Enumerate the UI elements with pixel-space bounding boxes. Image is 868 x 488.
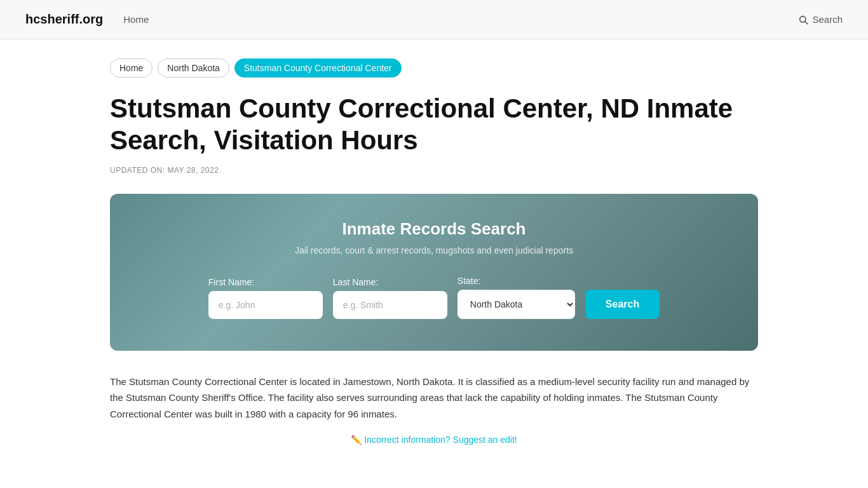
breadcrumb-home[interactable]: Home: [110, 58, 153, 78]
breadcrumb-current[interactable]: Stutsman County Correctional Center: [234, 58, 402, 78]
description-text: The Stutsman County Correctional Center …: [110, 374, 758, 423]
inmate-search-card: Inmate Records Search Jail records, cour…: [110, 194, 758, 351]
first-name-group: First Name:: [208, 277, 323, 319]
header-search-button[interactable]: Search: [798, 14, 843, 25]
suggest-edit-section: ✏️Incorrect information? Suggest an edit…: [110, 435, 758, 445]
breadcrumb-north-dakota[interactable]: North Dakota: [158, 58, 229, 78]
header-search-label: Search: [812, 14, 843, 25]
last-name-input[interactable]: [333, 291, 447, 319]
state-group: State: AlabamaAlaskaArizonaArkansasCalif…: [458, 276, 575, 319]
header: hcsheriff.org Home Search: [0, 0, 868, 39]
first-name-label: First Name:: [208, 277, 323, 287]
search-card-subtitle: Jail records, court & arrest records, mu…: [142, 245, 726, 255]
page-title: Stutsman County Correctional Center, ND …: [110, 93, 758, 157]
state-select[interactable]: AlabamaAlaskaArizonaArkansasCaliforniaCo…: [458, 290, 575, 319]
suggest-edit-link[interactable]: ✏️Incorrect information? Suggest an edit…: [351, 435, 517, 445]
breadcrumb: Home North Dakota Stutsman County Correc…: [110, 58, 758, 78]
updated-label: UPDATED ON: MAY 28, 2022: [110, 166, 758, 175]
site-logo[interactable]: hcsheriff.org: [25, 12, 103, 27]
nav-home-link[interactable]: Home: [123, 14, 149, 25]
last-name-group: Last Name:: [333, 277, 447, 319]
suggest-edit-text: Incorrect information? Suggest an edit!: [364, 435, 517, 445]
first-name-input[interactable]: [208, 291, 323, 319]
pencil-icon: ✏️: [351, 435, 362, 445]
header-left: hcsheriff.org Home: [25, 12, 149, 27]
svg-line-1: [805, 22, 808, 24]
search-fields: First Name: Last Name: State: AlabamaAla…: [142, 276, 726, 319]
main-content: Home North Dakota Stutsman County Correc…: [85, 39, 783, 464]
search-button[interactable]: Search: [585, 290, 660, 319]
search-card-title: Inmate Records Search: [142, 219, 726, 239]
search-icon: [798, 15, 808, 25]
state-label: State:: [458, 276, 575, 286]
last-name-label: Last Name:: [333, 277, 447, 287]
